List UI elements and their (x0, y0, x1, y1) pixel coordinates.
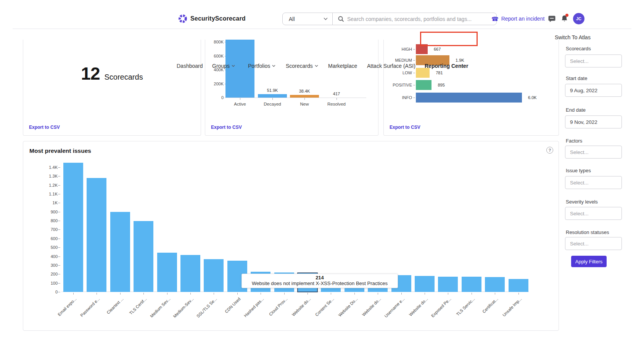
issue-bar[interactable] (415, 276, 435, 292)
issue-bar[interactable] (438, 277, 458, 292)
chat-icon[interactable] (548, 16, 555, 24)
chevron-down-icon (324, 18, 328, 20)
issue-bar[interactable] (157, 253, 177, 292)
issues-by-status-chart: 0200K400K600K800KActive51.9KDecayed38.4K… (205, 40, 378, 135)
filter-issue-types-select[interactable]: Select... (565, 176, 622, 189)
nav-item-reporting-center[interactable]: Reporting Center (425, 63, 468, 69)
nav-item-label: Attack Surface (ASI) (367, 63, 415, 69)
scorecards-count-card: 12 Scorecards Export to CSV (23, 40, 201, 136)
severity-label: MEDIUM (385, 58, 412, 63)
y-tick (58, 265, 60, 266)
y-tick (58, 256, 60, 257)
export-csv-link[interactable]: Export to CSV (211, 125, 242, 130)
nav-item-dashboard[interactable]: Dashboard (177, 63, 203, 69)
issue-bar[interactable] (180, 255, 200, 292)
bar-value-label: 38.4K (291, 89, 318, 93)
nav-item-label: Scorecards (286, 63, 313, 69)
issue-bar[interactable] (63, 163, 83, 292)
y-tick-label: 200K (207, 82, 224, 86)
issue-bar[interactable] (134, 221, 153, 292)
x-tick (143, 293, 144, 295)
filter-start-date-input[interactable]: 9 Aug, 2022 (565, 84, 622, 97)
bar-value-label: 667 (434, 47, 449, 51)
y-tick (58, 212, 60, 212)
x-tick (272, 98, 273, 100)
y-tick-label: 900 (39, 210, 58, 214)
x-category-label: Decayed (255, 102, 290, 106)
filter-scorecards-select[interactable]: Select... (565, 54, 622, 67)
report-incident-link[interactable]: ☎ Report an incident (491, 16, 544, 22)
bar-new[interactable] (290, 95, 319, 98)
y-tick (58, 221, 60, 221)
filter-factors-select[interactable]: Select... (565, 146, 622, 159)
filter-end-date-input[interactable]: 9 Nov, 2022 (565, 115, 622, 128)
issues-by-status-card: 0200K400K600K800KActive51.9KDecayed38.4K… (205, 40, 378, 136)
chevron-down-icon (315, 65, 318, 67)
nav-item-label: Dashboard (177, 63, 203, 69)
nav-item-scorecards[interactable]: Scorecards (286, 63, 318, 69)
y-tick (58, 185, 60, 186)
x-tick (120, 293, 121, 295)
y-tick-label: 800K (207, 40, 224, 44)
help-icon[interactable]: ? (546, 147, 553, 154)
main-nav: DashboardGroupsPortfoliosScorecardsMarke… (0, 29, 644, 40)
scorecards-count-value: 12 (81, 63, 100, 84)
global-search: All (282, 13, 497, 25)
issue-bar[interactable] (87, 178, 106, 292)
chevron-down-icon (272, 65, 275, 67)
severity-label: HIGH (385, 47, 412, 51)
most-prevalent-issues-chart: 214 Website does not implement X-XSS-Pro… (61, 160, 529, 292)
bar-decayed[interactable] (258, 94, 287, 98)
x-tick (304, 98, 305, 100)
y-tick-label: 1.3K (39, 174, 58, 178)
x-tick (167, 293, 167, 295)
highlight-box (420, 32, 478, 46)
issue-bar[interactable] (110, 212, 130, 292)
filter-resolution-statuses-select[interactable]: Select... (565, 237, 622, 250)
bar-info[interactable] (416, 93, 522, 103)
issue-bar[interactable] (509, 279, 528, 292)
x-tick (261, 293, 261, 295)
scorecards-count: 12 Scorecards (23, 63, 201, 84)
nav-item-marketplace[interactable]: Marketplace (328, 63, 357, 69)
issue-bar[interactable] (485, 277, 505, 292)
issues-by-severity-card: HIGH667MEDIUM1.9KLOW781POSITIVE895INFO6.… (383, 40, 559, 136)
bar-value-label: 895 (438, 83, 453, 87)
bar-low[interactable] (416, 68, 430, 78)
notifications-bell-icon[interactable] (561, 15, 568, 24)
card-title: Most prevalent issues (29, 147, 91, 154)
x-tick (401, 293, 402, 295)
filter-label-start-date: Start date (566, 75, 587, 81)
search-category-dropdown[interactable]: All (283, 13, 332, 25)
avatar[interactable]: JC (573, 13, 584, 24)
bar-positive[interactable] (416, 80, 431, 90)
filter-severity-levels-select[interactable]: Select... (565, 207, 622, 220)
nav-item-groups[interactable]: Groups (212, 63, 235, 69)
y-tick (58, 203, 60, 203)
y-tick (58, 292, 60, 292)
x-tick (378, 293, 378, 295)
y-tick-label: 100 (39, 281, 58, 285)
nav-item-attack-surface-asi[interactable]: Attack Surface (ASI) (367, 63, 415, 69)
severity-label: INFO (385, 95, 412, 100)
report-incident-label: Report an incident (501, 16, 545, 22)
bar-value-label: 51.9K (259, 88, 286, 93)
export-csv-link[interactable]: Export to CSV (390, 125, 420, 130)
x-category-label: Active (223, 102, 257, 106)
y-tick-label: 600 (39, 236, 58, 241)
issue-bar[interactable] (204, 259, 224, 292)
chevron-down-icon (232, 65, 235, 67)
filter-label-factors: Factors (566, 138, 582, 144)
apply-filters-button[interactable]: Apply Filters (571, 256, 607, 267)
y-tick-label: 0 (39, 290, 58, 294)
search-icon (333, 16, 347, 22)
search-category-value: All (289, 16, 295, 22)
issue-bar[interactable] (462, 277, 481, 292)
brand: SecurityScorecard (178, 14, 246, 24)
export-csv-link[interactable]: Export to CSV (29, 125, 60, 130)
avatar-initials: JC (576, 16, 581, 21)
nav-item-portfolios[interactable]: Portfolios (248, 63, 275, 69)
search-input[interactable] (347, 16, 496, 22)
y-tick (413, 49, 415, 50)
bar-tooltip: 214 Website does not implement X-XSS-Pro… (242, 274, 398, 288)
